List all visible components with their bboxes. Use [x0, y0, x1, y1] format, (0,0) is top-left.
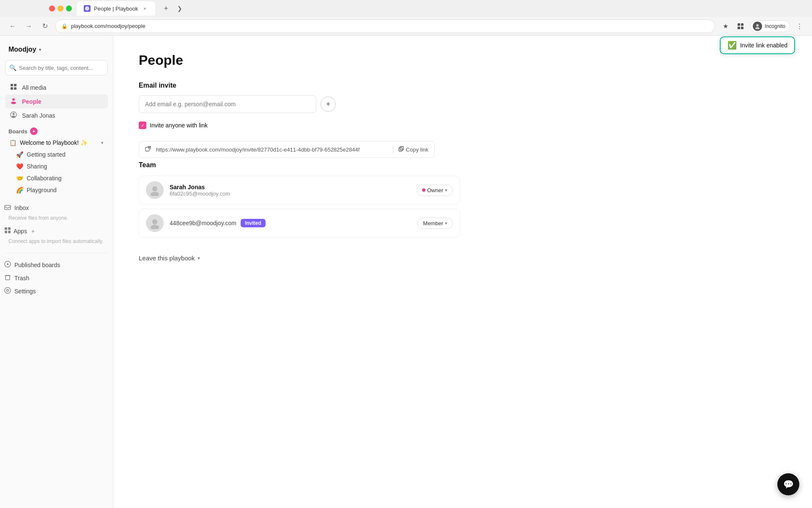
invite-link-toast: ✅ Invite link enabled — [720, 36, 795, 54]
apps-header[interactable]: Apps + — [0, 224, 113, 237]
boards-section: 📋 Welcome to Playbook! ✨ ▾ 🚀 Getting sta… — [0, 137, 113, 196]
board-icon: 📋 — [9, 139, 16, 146]
sidebar-item-playground[interactable]: 🌈 Playground — [12, 184, 108, 196]
account-avatar — [753, 22, 762, 31]
member-info: Sarah Jonas 6fa02c95@moodjoy.com — [170, 184, 411, 197]
url-separator — [393, 146, 393, 153]
sharing-icon: ❤️ — [16, 163, 23, 170]
bookmark-btn[interactable]: ★ — [719, 20, 731, 32]
maximize-window-btn[interactable] — [66, 6, 72, 11]
browser-tab[interactable]: People | Playbook × — [77, 1, 155, 16]
svg-point-35 — [152, 219, 157, 224]
account-label: Incognito — [765, 23, 785, 29]
leave-playbook-btn[interactable]: Leave this playbook ▾ — [139, 251, 787, 265]
invite-toast-text: Invite link enabled — [740, 42, 787, 49]
table-row: Sarah Jonas 6fa02c95@moodjoy.com Owner ▾ — [139, 176, 460, 204]
apps-icon — [4, 227, 11, 235]
add-board-btn[interactable]: + — [30, 127, 38, 135]
leave-section: Leave this playbook ▾ — [139, 251, 787, 265]
owner-role-badge[interactable]: Owner ▾ — [417, 185, 453, 196]
brand-header[interactable]: Moodjoy ▾ — [0, 42, 113, 60]
refresh-btn[interactable]: ↻ — [39, 20, 51, 32]
extensions-btn[interactable] — [735, 20, 746, 32]
table-row: 448cee9b@moodjoy.com Invited Member ▾ — [139, 209, 460, 237]
apps-label: Apps — [14, 228, 27, 235]
page-title: People — [139, 52, 787, 68]
search-icon: 🔍 — [9, 64, 16, 71]
copy-link-label: Copy link — [406, 146, 428, 153]
welcome-board-label: Welcome to Playbook! ✨ — [20, 139, 88, 146]
sidebar-divider — [5, 253, 108, 253]
welcome-board-header[interactable]: 📋 Welcome to Playbook! ✨ ▾ — [5, 137, 108, 149]
owner-dot — [422, 188, 425, 192]
tab-favicon — [84, 5, 91, 12]
invite-link-row: ✓ Invite anyone with link — [139, 121, 787, 129]
playground-icon: 🌈 — [16, 187, 23, 193]
svg-point-22 — [7, 263, 8, 265]
svg-rect-31 — [399, 148, 402, 151]
member-info: 448cee9b@moodjoy.com Invited — [170, 219, 411, 227]
sidebar-item-collaborating[interactable]: 🤝 Collaborating — [12, 172, 108, 184]
board-sub-items: 🚀 Getting started ❤️ Sharing 🤝 Collabora… — [5, 149, 108, 196]
copy-link-btn[interactable]: Copy link — [398, 146, 428, 153]
tabs-overflow-btn[interactable]: ❯ — [177, 5, 182, 12]
sidebar-item-published-boards[interactable]: Published boards — [0, 258, 113, 271]
published-boards-label: Published boards — [14, 262, 60, 268]
apps-add-btn[interactable]: + — [31, 228, 35, 235]
account-btn[interactable]: Incognito — [750, 20, 790, 32]
email-invite-row: + — [139, 95, 787, 113]
inbox-item[interactable]: Inbox — [0, 201, 113, 214]
email-invite-section-title: Email invite — [139, 82, 787, 89]
sidebar-item-people[interactable]: People — [5, 94, 108, 108]
invite-link-label: Invite anyone with link — [150, 122, 208, 129]
more-btn[interactable]: ⋮ — [793, 20, 805, 32]
svg-point-15 — [12, 116, 15, 117]
apps-sub-text: Connect apps to import files automatical… — [0, 237, 113, 249]
search-input[interactable] — [5, 60, 108, 75]
sidebar-item-label-sarah-jonas: Sarah Jonas — [22, 112, 55, 119]
forward-btn[interactable]: → — [23, 20, 35, 32]
member-role-badge[interactable]: Member ▾ — [417, 218, 453, 229]
sidebar-item-all-media[interactable]: All media — [5, 80, 108, 94]
chat-bubble-btn[interactable]: 💬 — [777, 473, 799, 495]
check-icon: ✅ — [727, 41, 737, 50]
inbox-label: Inbox — [14, 204, 29, 211]
svg-rect-20 — [8, 231, 11, 233]
sidebar-item-settings[interactable]: Settings — [0, 284, 113, 298]
svg-rect-29 — [145, 147, 149, 151]
svg-rect-18 — [8, 227, 11, 230]
browser-tabs-bar: People | Playbook × + ❯ — [0, 0, 812, 17]
svg-rect-3 — [738, 27, 740, 29]
board-collapse-icon[interactable]: ▾ — [101, 140, 104, 146]
owner-role-label: Owner — [427, 187, 443, 193]
member-email: 6fa02c95@moodjoy.com — [170, 190, 411, 197]
tab-close-btn[interactable]: × — [142, 5, 148, 12]
minimize-window-btn[interactable] — [58, 6, 63, 11]
sidebar-item-trash[interactable]: Trash — [0, 271, 113, 284]
svg-rect-10 — [14, 87, 16, 90]
app-search[interactable]: 🔍 — [5, 60, 108, 75]
svg-point-5 — [756, 24, 759, 27]
main-content: ✅ Invite link enabled People Email invit… — [113, 36, 812, 508]
sidebar-item-sarah-jonas[interactable]: Sarah Jonas — [5, 108, 108, 122]
member-role-label: Member — [423, 220, 443, 226]
copy-icon — [398, 146, 404, 153]
sidebar-item-sharing[interactable]: ❤️ Sharing — [12, 160, 108, 172]
invite-link-checkbox[interactable]: ✓ Invite anyone with link — [139, 121, 208, 129]
brand-chevron: ▾ — [39, 47, 41, 52]
sidebar-item-getting-started[interactable]: 🚀 Getting started — [12, 149, 108, 160]
svg-point-14 — [13, 113, 15, 115]
email-input[interactable] — [139, 95, 316, 113]
sidebar-item-label-sharing: Sharing — [27, 163, 47, 170]
back-btn[interactable]: ← — [7, 20, 19, 32]
invited-badge: Invited — [241, 219, 266, 227]
svg-point-27 — [5, 287, 11, 293]
url-bar[interactable]: 🔒 playbook.com/moodjoy/people — [55, 19, 715, 33]
user-circle-icon — [9, 111, 18, 119]
sidebar-item-label-collaborating: Collaborating — [27, 175, 62, 182]
add-email-btn[interactable]: + — [321, 97, 336, 112]
link-external-icon — [145, 146, 151, 153]
close-window-btn[interactable] — [49, 6, 55, 11]
new-tab-btn[interactable]: + — [160, 3, 172, 14]
people-icon — [9, 97, 18, 105]
